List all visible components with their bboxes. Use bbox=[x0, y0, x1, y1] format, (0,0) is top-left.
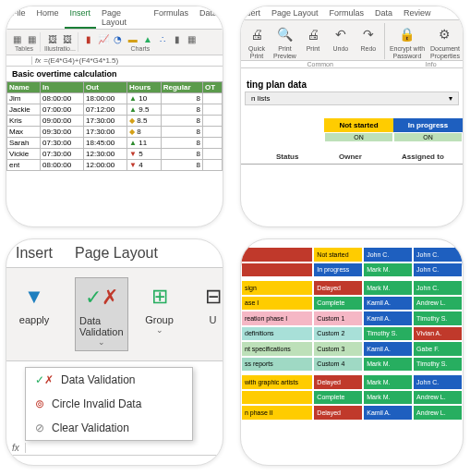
assigned-cell: John C. bbox=[413, 280, 463, 296]
tab[interactable]: Formulas bbox=[324, 6, 370, 19]
table-icon[interactable]: ▦ bbox=[25, 32, 38, 45]
data-validation-card: Insert Page Layout ▼ eapply ✓✗ Data Vali… bbox=[6, 238, 223, 466]
status-row[interactable]: reation phase ICustom 1Kamil A.Timothy S… bbox=[241, 311, 463, 326]
lists-dropdown[interactable]: n lists ▾ bbox=[245, 92, 459, 105]
area-chart-icon[interactable]: ▲ bbox=[141, 32, 154, 45]
status-row[interactable]: Not startedJohn C.John C. bbox=[241, 247, 463, 262]
assigned-cell: Andrew L. bbox=[413, 296, 463, 311]
group-label: Tables bbox=[15, 45, 33, 52]
status-in-progress: In progress bbox=[393, 118, 463, 132]
column-chart-icon[interactable]: ▮ bbox=[82, 32, 95, 45]
status-row[interactable]: ss reportsCustom 4Mark M.Timothy S. bbox=[241, 357, 463, 372]
table-row[interactable]: Sarah07:30:0018:45:00▲ 118 bbox=[7, 138, 223, 149]
pivot-table-icon[interactable]: ▦ bbox=[10, 32, 23, 45]
statistic-chart-icon[interactable]: ▮ bbox=[171, 32, 184, 45]
col-header: Name bbox=[7, 82, 41, 93]
overtime-table: NameInOutHoursRegularOT Jim08:00:0018:00… bbox=[6, 81, 223, 171]
online-pic-icon[interactable]: 🖼 bbox=[61, 32, 74, 45]
line-chart-icon[interactable]: 📈 bbox=[97, 32, 110, 45]
assigned-cell: John C. bbox=[413, 262, 463, 278]
table-row[interactable]: Jackie07:00:0007:12:00▲ 9.58 bbox=[7, 104, 223, 116]
status-row[interactable]: with graphic artistsDelayedMark M.John C… bbox=[241, 374, 463, 390]
table-row[interactable]: ent08:00:0012:00:00▼ 48 bbox=[7, 160, 223, 171]
bar-chart-icon[interactable]: ▬ bbox=[127, 32, 139, 45]
ribbon-button[interactable]: 🖨Quick Print bbox=[243, 23, 271, 59]
table-row[interactable]: Jim08:00:0018:00:00▲ 108 bbox=[7, 93, 223, 104]
ribbon-button[interactable]: 🔍Print Preview bbox=[271, 23, 299, 59]
status-row[interactable]: ase ICompleteKamil A.Andrew L. bbox=[241, 296, 463, 311]
button-icon: 🔒 bbox=[396, 23, 418, 45]
group-illustrations: 🖼 🖼 Illustratio... bbox=[42, 32, 78, 52]
validation-icon: ✓✗ bbox=[83, 282, 120, 313]
menu-data-validation[interactable]: ✓✗ Data Validation bbox=[26, 368, 192, 392]
tab-page-layout[interactable]: Page Layout bbox=[75, 245, 158, 262]
menu-circle-invalid[interactable]: ⊚ Circle Invalid Data bbox=[26, 392, 192, 416]
col-header: Out bbox=[84, 82, 127, 93]
status-cell: Complete bbox=[313, 296, 363, 311]
sheet-title: Basic overtime calculation bbox=[6, 67, 223, 81]
picture-icon[interactable]: 🖼 bbox=[46, 32, 59, 45]
menu-clear-validation[interactable]: ⊘ Clear Validation bbox=[26, 416, 192, 440]
owner-cell: Mark M. bbox=[363, 280, 413, 296]
tab-insert[interactable]: Insert bbox=[65, 6, 97, 29]
owner-cell: Mark M. bbox=[363, 357, 413, 372]
status-row[interactable]: CompleteMark M.Andrew L. bbox=[241, 390, 463, 406]
scatter-chart-icon[interactable]: ∴ bbox=[156, 32, 169, 45]
reapply-button[interactable]: ▼ eapply bbox=[12, 277, 56, 329]
status-row[interactable]: In progressMark M.John C. bbox=[241, 262, 463, 278]
formula-content[interactable]: =(E4*G4)+(F4*G4*1.5) bbox=[43, 56, 118, 65]
fx-label[interactable]: fx bbox=[12, 443, 19, 453]
ribbon-button[interactable]: 🔒Encrypt with Password bbox=[387, 23, 428, 59]
status-cell: Delayed bbox=[313, 374, 363, 390]
col-status: Status bbox=[274, 150, 337, 165]
col-owner: Owner bbox=[337, 150, 400, 165]
group-icon: ⊞ bbox=[141, 281, 178, 312]
formula-bar: fx =(E4*G4)+(F4*G4*1.5) bbox=[6, 55, 223, 67]
ribbon-button[interactable]: ↷Redo bbox=[355, 23, 382, 59]
owner-cell: Kamil A. bbox=[363, 405, 413, 421]
status-row[interactable]: nt specificationsCustom 3Kamil A.Gabe F. bbox=[241, 341, 463, 357]
fx-label[interactable]: fx bbox=[32, 56, 43, 65]
status-row[interactable]: definitionsCustom 2Timothy S.Vivian A. bbox=[241, 326, 463, 342]
assigned-cell: Timothy S. bbox=[413, 311, 463, 326]
table-row[interactable]: Vickie07:30:0012:30:00▼ 58 bbox=[7, 149, 223, 160]
table-row[interactable]: Kris09:00:0017:30:00◆ 8.58 bbox=[7, 116, 223, 127]
tab[interactable]: Data bbox=[369, 6, 398, 19]
status-cell: In progress bbox=[313, 262, 363, 278]
hierarchy-chart-icon[interactable]: ▦ bbox=[186, 32, 199, 45]
owner-cell: Mark M. bbox=[363, 262, 413, 278]
tab[interactable]: Page Layout bbox=[266, 6, 324, 19]
group-label-info: Info bbox=[399, 61, 463, 67]
tab-insert[interactable]: Insert bbox=[16, 245, 53, 262]
ungroup-icon: ⊟ bbox=[195, 281, 224, 312]
ribbon-button[interactable]: ↶Undo bbox=[327, 23, 355, 59]
row-label: n phase II bbox=[241, 405, 313, 421]
tab-formulas[interactable]: Formulas bbox=[148, 6, 194, 29]
tab-data[interactable]: Data bbox=[194, 6, 223, 29]
overtime-sheet-card: File Home Insert Page Layout Formulas Da… bbox=[6, 6, 223, 227]
ribbon-button[interactable]: ⚙Document Properties bbox=[428, 23, 463, 59]
pie-chart-icon[interactable]: ◔ bbox=[112, 32, 125, 45]
group-button[interactable]: ⊞ Group ⌄ bbox=[138, 277, 182, 338]
tab[interactable]: Review bbox=[398, 6, 437, 19]
ribbon-button[interactable]: 🖨Print bbox=[299, 23, 327, 59]
ungroup-button[interactable]: ⊟ U bbox=[191, 277, 224, 329]
data-validation-button[interactable]: ✓✗ Data Validation ⌄ bbox=[75, 277, 128, 351]
name-box[interactable] bbox=[9, 56, 32, 65]
tab-page-layout[interactable]: Page Layout bbox=[96, 6, 148, 29]
tab[interactable]: sert bbox=[241, 6, 266, 19]
plan-title: ting plan data bbox=[241, 74, 463, 92]
group-label-common: Common bbox=[241, 61, 399, 67]
table-row[interactable]: Max09:30:0017:30:00◆ 88 bbox=[7, 127, 223, 138]
col-header: Hours bbox=[127, 82, 162, 93]
toggle-on[interactable]: ON bbox=[393, 132, 463, 142]
status-row[interactable]: signDelayedMark M.John C. bbox=[241, 280, 463, 296]
toggle-on[interactable]: ON bbox=[324, 132, 393, 142]
row-label bbox=[241, 390, 313, 406]
status-cell: Complete bbox=[313, 390, 363, 406]
tab-file[interactable]: File bbox=[6, 6, 31, 29]
tab-home[interactable]: Home bbox=[31, 6, 65, 29]
status-row[interactable]: n phase IIDelayedKamil A.Andrew L. bbox=[241, 405, 463, 421]
assigned-cell: John C. bbox=[413, 374, 463, 390]
col-header: Regular bbox=[161, 82, 202, 93]
